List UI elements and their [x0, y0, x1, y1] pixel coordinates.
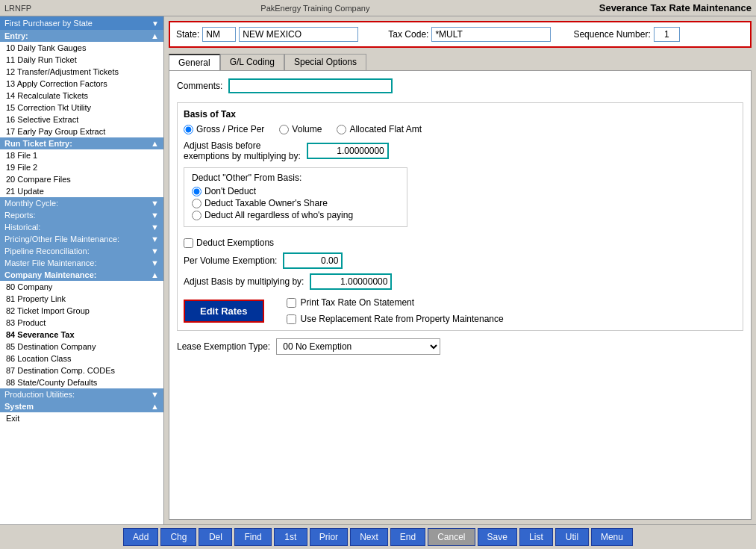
- sidebar-item-86[interactable]: 86 Location Class: [0, 353, 163, 365]
- next-button[interactable]: Next: [350, 528, 388, 546]
- save-button[interactable]: Save: [478, 528, 517, 546]
- sidebar-header-label: First Purchaser by State: [4, 19, 93, 28]
- radio-gross-input[interactable]: [184, 125, 193, 134]
- sidebar-section-company[interactable]: Company Maintenance: ▲: [0, 269, 163, 281]
- sidebar-section-system[interactable]: System ▲: [0, 400, 163, 412]
- sidebar-item-21[interactable]: 21 Update: [0, 185, 163, 197]
- deduct-title: Deduct "Other" From Basis:: [192, 173, 399, 183]
- basis-section: Basis of Tax Gross / Price Per Volume: [177, 102, 743, 331]
- sidebar-item-13[interactable]: 13 Apply Correction Factors: [0, 78, 163, 90]
- sidebar-item-16[interactable]: 16 Selective Extract: [0, 114, 163, 125]
- list-button[interactable]: List: [519, 528, 553, 546]
- deduct-taxable[interactable]: Deduct Taxable Owner's Share: [192, 198, 399, 208]
- first-button[interactable]: 1st: [274, 528, 307, 546]
- sidebar-section-entry[interactable]: Entry: ▲: [0, 30, 163, 42]
- deduct-taxable-radio[interactable]: [192, 199, 202, 208]
- lease-select[interactable]: 00 No Exemption 01 Exempt 02 Partial Exe…: [276, 338, 440, 355]
- sidebar-section-monthly[interactable]: Monthly Cycle: ▼: [0, 197, 163, 209]
- print-tax-label: Print Tax Rate On Statement: [301, 297, 415, 308]
- production-label: Production Utilities:: [4, 390, 75, 399]
- sidebar-section-pipeline[interactable]: Pipeline Reconciliation: ▼: [0, 245, 163, 257]
- seq-label: Sequence Number:: [573, 29, 650, 40]
- tax-code-input[interactable]: [431, 27, 551, 42]
- reports-arrow: ▼: [151, 211, 159, 220]
- sidebar-section-master[interactable]: Master File Maintenance: ▼: [0, 257, 163, 269]
- deduct-taxable-label: Deduct Taxable Owner's Share: [204, 198, 328, 208]
- sidebar-header[interactable]: First Purchaser by State ▼: [0, 16, 163, 30]
- main-panel: State: Tax Code: Sequence Number: Genera…: [164, 16, 756, 524]
- chg-button[interactable]: Chg: [160, 528, 196, 546]
- sidebar-item-11[interactable]: 11 Daily Run Ticket: [0, 54, 163, 66]
- deduct-dont-label: Don't Deduct: [204, 186, 256, 196]
- comments-row: Comments:: [177, 78, 743, 93]
- company-name: PakEnergy Training Company: [260, 4, 369, 13]
- reports-label: Reports:: [4, 211, 36, 220]
- find-button[interactable]: Find: [234, 528, 271, 546]
- pipeline-label: Pipeline Reconciliation:: [4, 246, 90, 255]
- seq-input[interactable]: [654, 27, 680, 42]
- sidebar-item-15[interactable]: 15 Correction Tkt Utility: [0, 102, 163, 114]
- adjust-before-input[interactable]: [307, 143, 389, 159]
- prior-button[interactable]: Prior: [310, 528, 348, 546]
- cancel-button[interactable]: Cancel: [428, 528, 475, 546]
- deduct-exemptions-check[interactable]: [184, 238, 193, 248]
- tab-general[interactable]: General: [169, 54, 220, 70]
- sidebar-item-10[interactable]: 10 Daily Tank Gauges: [0, 42, 163, 54]
- print-tax-check[interactable]: [287, 298, 296, 308]
- sidebar-section-run-ticket[interactable]: Run Ticket Entry: ▲: [0, 137, 163, 149]
- radio-volume[interactable]: Volume: [279, 124, 322, 134]
- state-input[interactable]: [202, 27, 236, 42]
- state-label: State:: [176, 29, 199, 40]
- deduct-all[interactable]: Deduct All regardless of who's paying: [192, 210, 399, 220]
- sidebar-item-82[interactable]: 82 Ticket Import Group: [0, 305, 163, 317]
- state-name-input[interactable]: [239, 27, 358, 42]
- sidebar-item-17[interactable]: 17 Early Pay Group Extract: [0, 125, 163, 137]
- pricing-label: Pricing/Other File Maintenance:: [4, 235, 119, 244]
- sidebar-section-reports[interactable]: Reports: ▼: [0, 209, 163, 221]
- menu-button[interactable]: Menu: [591, 528, 633, 546]
- sidebar-section-production[interactable]: Production Utilities: ▼: [0, 388, 163, 400]
- production-arrow: ▼: [151, 390, 159, 399]
- add-button[interactable]: Add: [123, 528, 158, 546]
- radio-volume-input[interactable]: [279, 125, 289, 134]
- adjust-basis-input[interactable]: [310, 273, 392, 290]
- sidebar-item-14[interactable]: 14 Recalculate Tickets: [0, 90, 163, 102]
- del-button[interactable]: Del: [199, 528, 232, 546]
- sidebar-item-87[interactable]: 87 Destination Comp. CODEs: [0, 365, 163, 376]
- sidebar-section-pricing[interactable]: Pricing/Other File Maintenance: ▼: [0, 233, 163, 245]
- deduct-all-radio[interactable]: [192, 211, 202, 220]
- sidebar-item-19[interactable]: 19 File 2: [0, 161, 163, 173]
- sidebar-item-80[interactable]: 80 Company: [0, 281, 163, 293]
- sidebar-item-85[interactable]: 85 Destination Company: [0, 341, 163, 353]
- per-vol-input[interactable]: [283, 252, 343, 269]
- radio-gross[interactable]: Gross / Price Per: [184, 124, 264, 134]
- radio-gross-label: Gross / Price Per: [196, 124, 264, 134]
- per-vol-row: Per Volume Exemption:: [184, 252, 737, 269]
- util-button[interactable]: Util: [555, 528, 589, 546]
- sidebar-item-18[interactable]: 18 File 1: [0, 149, 163, 161]
- tab-special-options[interactable]: Special Options: [284, 54, 366, 70]
- end-button[interactable]: End: [390, 528, 425, 546]
- use-replacement-check[interactable]: [287, 314, 296, 324]
- edit-rates-button[interactable]: Edit Rates: [184, 300, 264, 323]
- historical-label: Historical:: [4, 223, 40, 232]
- sidebar-item-12[interactable]: 12 Transfer/Adjustment Tickets: [0, 66, 163, 78]
- deduct-dont-radio[interactable]: [192, 187, 202, 196]
- sidebar-item-20[interactable]: 20 Compare Files: [0, 173, 163, 185]
- sidebar-item-84[interactable]: 84 Severance Tax: [0, 329, 163, 341]
- run-ticket-arrow: ▲: [151, 139, 159, 148]
- radio-allocated-input[interactable]: [337, 125, 346, 134]
- sidebar-item-81[interactable]: 81 Property Link: [0, 293, 163, 305]
- sidebar-item-88[interactable]: 88 State/County Defaults: [0, 376, 163, 388]
- radio-allocated[interactable]: Allocated Flat Amt: [337, 124, 422, 134]
- deduct-dont[interactable]: Don't Deduct: [192, 186, 399, 196]
- basis-radio-row: Gross / Price Per Volume Allocated Flat …: [184, 124, 737, 134]
- print-tax-option: Print Tax Rate On Statement: [287, 297, 504, 308]
- comments-input[interactable]: [228, 78, 393, 93]
- sidebar-section-historical[interactable]: Historical: ▼: [0, 221, 163, 233]
- tax-code-group: Tax Code:: [388, 27, 551, 42]
- sidebar-item-exit[interactable]: Exit: [0, 412, 163, 424]
- sidebar-item-83[interactable]: 83 Product: [0, 317, 163, 329]
- tab-gl-coding[interactable]: G/L Coding: [220, 54, 284, 70]
- basis-title: Basis of Tax: [184, 109, 737, 120]
